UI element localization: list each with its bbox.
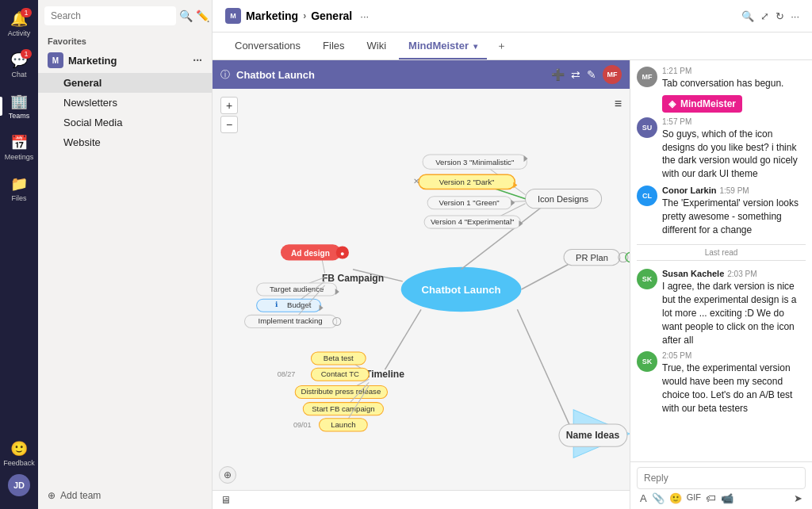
edit-icon[interactable]: ✎ bbox=[587, 68, 596, 81]
tab-files[interactable]: Files bbox=[313, 33, 354, 59]
svg-text:Version 4 "Experimental": Version 4 "Experimental" bbox=[431, 217, 514, 226]
svg-text:Icon Designs: Icon Designs bbox=[538, 194, 589, 204]
chat-message-2: SU 1:57 PM So guys, which of the icon de… bbox=[637, 117, 806, 181]
refresh-icon[interactable]: ↻ bbox=[776, 10, 784, 22]
central-node-label: Chatbot Launch bbox=[422, 284, 501, 296]
search-bar: 🔍 ✏️ bbox=[38, 0, 212, 32]
svg-text:Implement tracking: Implement tracking bbox=[259, 316, 323, 325]
user-avatar[interactable]: JD bbox=[8, 474, 30, 496]
page-title: Marketing › General bbox=[246, 10, 352, 22]
svg-text:Target audience: Target audience bbox=[270, 285, 324, 293]
nav-chat[interactable]: 💬 Chat 1 bbox=[0, 44, 38, 86]
search-icon[interactable]: 🔍 bbox=[179, 10, 193, 22]
top-bar: M Marketing › General ··· 🔍 ⤢ ↻ ··· bbox=[213, 0, 812, 33]
compass-button[interactable]: ⊕ bbox=[219, 466, 236, 484]
chat-message-3: CL Conor Larkin 1:59 PM The 'Experimenta… bbox=[637, 186, 806, 236]
activity-badge: 1 bbox=[21, 8, 32, 17]
tab-mindmeister-dropdown[interactable]: ▾ bbox=[473, 42, 477, 51]
team-marketing[interactable]: M Marketing ··· bbox=[38, 48, 212, 73]
avatar-2: SU bbox=[637, 117, 657, 138]
compose-icon[interactable]: ✏️ bbox=[196, 10, 209, 22]
svg-marker-35 bbox=[320, 304, 324, 311]
expand-icon[interactable]: ⤢ bbox=[760, 10, 769, 22]
gif-icon[interactable]: GIF bbox=[687, 492, 701, 504]
files-icon: 📁 bbox=[10, 175, 28, 193]
mindmap-svg: Chatbot Launch Icon Designs Version 3 "M… bbox=[213, 89, 630, 490]
channel-social-media[interactable]: Social Media bbox=[38, 113, 212, 132]
send-icon[interactable]: ➤ bbox=[794, 492, 802, 504]
breadcrumb-arrow: › bbox=[303, 10, 306, 21]
svg-text:Distribute press release: Distribute press release bbox=[301, 388, 381, 396]
left-navigation: 🔔 Activity 1 💬 Chat 1 🏢 Teams 📅 Meetings… bbox=[0, 0, 38, 509]
chat-toolbar: A 📎 🙂 GIF 🏷 📹 ➤ bbox=[637, 489, 806, 504]
chat-message-1: MF 1:21 PM Tab conversation has begun. bbox=[637, 67, 806, 90]
channel-newsletters[interactable]: Newsletters bbox=[38, 93, 212, 113]
mindmeister-badge: ◈ MindMeister bbox=[662, 95, 742, 113]
svg-text:Beta test: Beta test bbox=[324, 354, 354, 362]
reply-input[interactable] bbox=[637, 467, 806, 489]
last-read-divider: Last read bbox=[637, 244, 806, 261]
team-name: Marketing bbox=[68, 55, 117, 67]
svg-marker-15 bbox=[511, 200, 515, 206]
meet-icon[interactable]: 📹 bbox=[721, 492, 733, 504]
svg-text:✕: ✕ bbox=[413, 177, 419, 186]
team-breadcrumb: Marketing bbox=[246, 10, 298, 22]
topbar-more-icon[interactable]: ··· bbox=[360, 10, 369, 22]
tab-mindmeister[interactable]: MindMeister ▾ bbox=[399, 33, 486, 59]
search-topbar-icon[interactable]: 🔍 bbox=[741, 10, 754, 22]
nav-feedback[interactable]: 🙂 Feedback bbox=[0, 433, 38, 474]
add-team-button[interactable]: ⊕ Add team bbox=[38, 482, 212, 509]
info-icon[interactable]: ⓘ bbox=[220, 68, 230, 82]
svg-text:08/27: 08/27 bbox=[278, 370, 296, 378]
format-icon[interactable]: A bbox=[640, 492, 647, 504]
team-more-icon[interactable]: ··· bbox=[193, 54, 202, 67]
chat-message-4: SK Susan Kachele 2:03 PM I agree, the da… bbox=[637, 269, 806, 346]
svg-marker-30 bbox=[335, 289, 339, 295]
avatar-1: MF bbox=[637, 67, 657, 87]
attach-icon[interactable]: 📎 bbox=[652, 492, 665, 504]
meetings-icon: 📅 bbox=[10, 134, 28, 151]
nav-activity[interactable]: 🔔 Activity 1 bbox=[0, 3, 38, 44]
avatar-5: SK bbox=[637, 351, 657, 372]
mindmap-user-avatar: MF bbox=[603, 65, 622, 84]
mindmap-canvas[interactable]: + − ≡ Chatbot Launch Icon Designs bbox=[213, 89, 630, 490]
main-content: M Marketing › General ··· 🔍 ⤢ ↻ ··· Conv… bbox=[213, 0, 812, 509]
nav-teams[interactable]: 🏢 Teams bbox=[0, 86, 38, 127]
nav-meetings[interactable]: 📅 Meetings bbox=[0, 127, 38, 168]
svg-text:Name Ideas: Name Ideas bbox=[566, 430, 620, 441]
sticker-icon[interactable]: 🏷 bbox=[706, 492, 716, 504]
chat-input-area: A 📎 🙂 GIF 🏷 📹 ➤ bbox=[630, 461, 812, 509]
add-node-button[interactable]: ➕ bbox=[551, 68, 565, 81]
content-split: ⓘ Chatbot Launch ➕ ⇄ ✎ MF + − ≡ bbox=[213, 60, 812, 509]
chat-message-5: SK 2:05 PM True, the experimental versio… bbox=[637, 351, 806, 415]
share-icon[interactable]: ⇄ bbox=[571, 68, 580, 81]
emoji-icon[interactable]: 🙂 bbox=[669, 492, 682, 504]
avatar-4: SK bbox=[637, 269, 657, 289]
tab-bar: Conversations Files Wiki MindMeister ▾ ＋ bbox=[213, 33, 812, 60]
svg-line-0 bbox=[462, 201, 550, 270]
svg-text:Start FB campaign: Start FB campaign bbox=[312, 404, 374, 413]
mindmap-toolbar: ⓘ Chatbot Launch ➕ ⇄ ✎ MF bbox=[213, 60, 630, 89]
svg-text:Version 2 "Dark": Version 2 "Dark" bbox=[439, 178, 495, 187]
channel-general[interactable]: General bbox=[38, 73, 212, 93]
avatar-3: CL bbox=[637, 186, 657, 206]
tab-wiki[interactable]: Wiki bbox=[358, 33, 396, 59]
mindmap-area: ⓘ Chatbot Launch ➕ ⇄ ✎ MF + − ≡ bbox=[213, 60, 630, 509]
chat-badge: 1 bbox=[21, 49, 32, 59]
more-options-icon[interactable]: ··· bbox=[791, 10, 799, 22]
add-tab-button[interactable]: ＋ bbox=[490, 33, 513, 59]
tab-conversations[interactable]: Conversations bbox=[225, 33, 310, 59]
svg-text:Version 3 "Minimalistic": Version 3 "Minimalistic" bbox=[435, 158, 514, 166]
svg-text:Contact TC: Contact TC bbox=[321, 369, 359, 378]
add-team-icon: ⊕ bbox=[48, 490, 56, 501]
chat-panel: MF 1:21 PM Tab conversation has begun. ◈… bbox=[630, 60, 812, 509]
channel-website[interactable]: Website bbox=[38, 132, 212, 152]
monitor-icon: 🖥 bbox=[220, 494, 231, 506]
search-input[interactable] bbox=[44, 6, 176, 25]
nav-files[interactable]: 📁 Files bbox=[0, 168, 38, 209]
svg-text:Ad design: Ad design bbox=[291, 249, 330, 258]
topbar-team-avatar: M bbox=[225, 8, 241, 24]
favorites-label: Favorites bbox=[38, 32, 212, 48]
mindmeister-icon: ◈ bbox=[668, 98, 676, 109]
svg-text:Launch: Launch bbox=[331, 420, 355, 429]
